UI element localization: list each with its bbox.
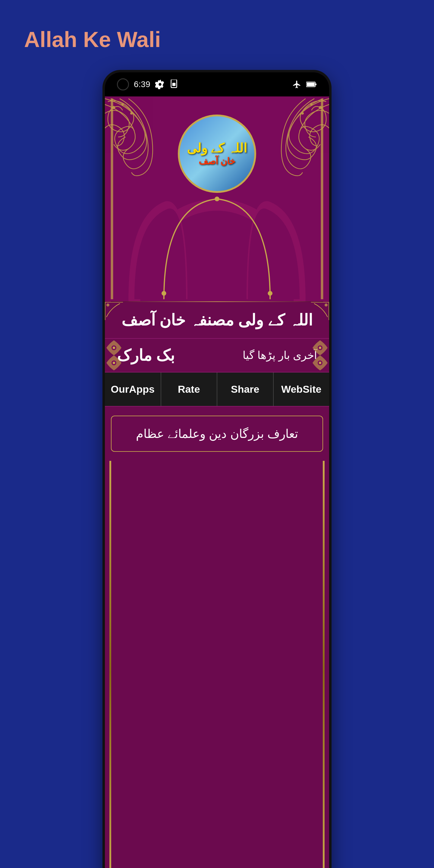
our-apps-button[interactable]: OurApps [105,373,161,406]
svg-rect-15 [321,98,323,299]
svg-point-17 [268,291,273,296]
svg-point-16 [161,291,166,296]
right-gold-bar [323,461,324,868]
svg-point-18 [215,196,219,201]
svg-rect-3 [315,84,316,85]
svg-point-7 [122,104,124,105]
urdu-main-title: اللہ کے ولی مصنفہ خان آصف [117,311,317,329]
bookmark-row[interactable]: بک مارک آخری بار پڑھا گیا [105,339,329,373]
time-display: 6:39 [134,80,150,89]
corner-ornament-tl [105,302,123,320]
status-left: 6:39 [117,79,178,90]
main-title-row: اللہ کے ولی مصنفہ خان آصف [105,302,329,339]
arch-background: اللہ کے ولی خان آصف [105,96,329,301]
floral-corner-bl [105,354,123,372]
logo-text: اللہ کے ولی خان آصف [187,141,247,167]
status-right [292,80,317,89]
svg-rect-14 [111,98,113,299]
app-logo: اللہ کے ولی خان آصف [178,115,256,193]
page-title: Allah Ke Wali [0,18,434,70]
sim-icon [170,80,178,89]
svg-point-9 [319,106,321,109]
svg-point-6 [113,106,115,109]
rate-button[interactable]: Rate [161,373,218,406]
app-content: اللہ کے ولی خان آصف اللہ کے ولی مصنفہ خا… [105,96,329,868]
settings-icon [155,80,165,89]
svg-point-13 [140,211,293,301]
menu-item-tarruf[interactable]: تعارف بزرگان دین وعلمائے عظام [111,415,323,452]
website-button[interactable]: WebSite [274,373,330,406]
svg-point-28 [319,362,321,364]
svg-point-8 [130,113,132,114]
airplane-icon [292,80,301,89]
svg-point-24 [319,347,321,349]
floral-corner-br [311,354,329,372]
svg-point-12 [128,199,305,301]
svg-point-26 [113,362,115,364]
svg-point-10 [310,104,312,105]
corner-ornament-tr [311,302,329,320]
action-buttons-row: OurApps Rate Share WebSite [105,373,329,407]
phone-frame: 6:39 [102,70,332,868]
svg-point-20 [324,304,328,307]
svg-rect-1 [172,83,176,86]
battery-icon [306,80,317,89]
last-read-label: آخری بار پڑھا گیا [243,349,317,362]
bookmark-label: بک مارک [117,346,175,364]
share-button[interactable]: Share [217,373,274,406]
svg-point-19 [106,304,110,307]
svg-point-22 [113,347,115,349]
left-gold-bar [110,461,111,868]
svg-rect-4 [307,83,315,86]
svg-point-11 [302,113,304,114]
camera-dot [117,79,129,90]
status-bar: 6:39 [105,72,329,96]
menu-item-label: تعارف بزرگان دین وعلمائے عظام [136,427,298,440]
